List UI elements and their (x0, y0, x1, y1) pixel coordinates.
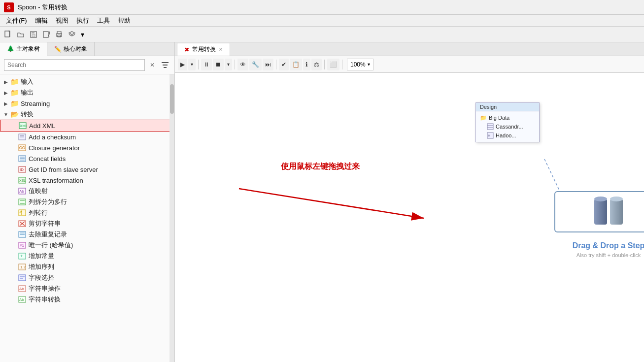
tree-item-transform[interactable]: ▼ 📂 转换 (0, 109, 174, 120)
tree-item-dedup[interactable]: 去除重复记录 (0, 229, 174, 240)
arrow-streaming: ▶ (2, 101, 10, 106)
label-unique: 唯一行 (哈希值) (29, 241, 73, 250)
canvas-check2[interactable]: 📋 (290, 59, 302, 70)
drop-step-label: Drag & Drop a Step (573, 241, 644, 250)
tree-item-string-conv[interactable]: Ab 字符串转换 (0, 294, 174, 305)
svg-rect-2 (32, 32, 34, 33)
canvas-step[interactable]: ⏭ (263, 59, 273, 70)
canvas-play[interactable]: ▶ (178, 59, 187, 70)
menu-edit[interactable]: 编辑 (31, 15, 52, 26)
tree-item-value-map[interactable]: Ab 值映射 (0, 186, 174, 197)
label-dedup: 去除重复记录 (29, 230, 67, 239)
toolbar-open[interactable] (15, 29, 27, 40)
tree-item-output[interactable]: ▶ 📁 输出 (0, 87, 174, 98)
canvas-tab-close[interactable]: ✕ (219, 47, 223, 52)
canvas-stop-dropdown[interactable]: ▾ (225, 59, 232, 70)
menu-tools[interactable]: 工具 (93, 15, 114, 26)
title-text: Spoon - 常用转换 (18, 3, 68, 12)
label-row-convert: 列转行 (29, 208, 48, 217)
label-concat-fields: Concat fields (29, 155, 66, 163)
menu-file[interactable]: 文件(F) (2, 15, 31, 26)
search-input[interactable] (4, 59, 145, 71)
toolbar-dropdown[interactable]: ▾ (79, 29, 86, 40)
ctool-sep-2 (235, 60, 235, 69)
tree-item-field-select[interactable]: 字段选择 (0, 272, 174, 283)
ctool-sep-4 (324, 60, 325, 69)
toolbar-print[interactable] (53, 29, 65, 40)
label-xsl: XSL transformation (29, 177, 83, 184)
svg-text:+: + (20, 254, 23, 259)
svg-text:Ab: Ab (19, 287, 24, 291)
tree-item-streaming[interactable]: ▶ 📁 Streaming (0, 98, 174, 109)
tree-item-unique[interactable]: #1 唯一行 (哈希值) (0, 240, 174, 251)
canvas-stop[interactable]: ⏹ (213, 59, 224, 70)
toolbar-new[interactable] (2, 29, 14, 40)
tree-item-closure-gen[interactable]: Closure generator (0, 142, 174, 153)
scrollbar-thumb (170, 84, 174, 114)
tree-item-row-convert[interactable]: 列转行 (0, 207, 174, 218)
toolbar: ▾ (0, 27, 644, 42)
tree-item-add-checksum[interactable]: Add a checksum (0, 132, 174, 142)
tree-item-concat-fields[interactable]: Concat fields (0, 153, 174, 164)
table-icon-hadoop: H (487, 132, 494, 139)
main-tree-label: 主对象树 (16, 45, 40, 53)
folder-icon-output: 📁 (10, 88, 19, 97)
tree-item-string-ops[interactable]: Ab 字符串操作 (0, 283, 174, 294)
search-options-button[interactable] (160, 60, 170, 70)
menu-help[interactable]: 帮助 (114, 15, 135, 26)
icon-add-xml: XML (18, 121, 27, 130)
toolbar-save-as[interactable] (40, 29, 52, 40)
design-panel-body: 📁 Big Data Cassandr... H Hadoo... (476, 111, 539, 142)
design-item-bigdata[interactable]: 📁 Big Data (480, 113, 535, 122)
tab-core-objects[interactable]: ✏️ 核心对象 (47, 42, 95, 56)
menu-run[interactable]: 执行 (72, 15, 93, 26)
canvas-pause[interactable]: ⏸ (201, 59, 212, 70)
canvas-compare[interactable]: ⚖ (311, 59, 322, 70)
canvas-tabs: ✖ 常用转换 ✕ (175, 42, 644, 56)
label-string-conv: 字符串转换 (29, 295, 61, 304)
tree-scrollbar[interactable] (169, 74, 174, 362)
tree-item-get-id[interactable]: ID Get ID from slave server (0, 164, 174, 175)
tree-item-add-seq[interactable]: 1,2 增加序列 (0, 262, 174, 272)
design-panel-title: Design (476, 103, 539, 111)
tree-item-split-rows[interactable]: 列拆分为多行 (0, 197, 174, 207)
main-tree-icon: 🌲 (7, 45, 14, 52)
panel-tabs: 🌲 主对象树 ✏️ 核心对象 (0, 42, 174, 56)
canvas-zoom[interactable]: 100% ▾ (347, 59, 373, 70)
left-panel: 🌲 主对象树 ✏️ 核心对象 ✕ ▶ 📁 输入 (0, 42, 175, 362)
icon-cut-string (18, 219, 27, 228)
tree-item-cut-string[interactable]: 剪切字符串 (0, 218, 174, 229)
tree-container[interactable]: ▶ 📁 输入 ▶ 📁 输出 ▶ 📁 Streaming ▼ 📂 转换 (0, 74, 174, 362)
canvas-debug[interactable]: 🔧 (249, 59, 262, 70)
design-item-hadoop[interactable]: H Hadoo... (480, 131, 535, 140)
svg-text:Ab: Ab (19, 297, 24, 302)
canvas-layout[interactable]: ⬜ (327, 59, 339, 70)
canvas-play-dropdown[interactable]: ▾ (188, 59, 196, 70)
toolbar-layers[interactable] (66, 29, 78, 40)
icon-add-const: + (18, 252, 27, 261)
canvas-check[interactable]: ✔ (279, 59, 289, 70)
svg-text:XML: XML (20, 124, 27, 128)
svg-marker-9 (69, 32, 75, 34)
tree-item-add-const[interactable]: + 增加常量 (0, 251, 174, 262)
icon-string-ops: Ab (18, 284, 27, 293)
canvas-preview[interactable]: 👁 (237, 59, 248, 70)
svg-rect-3 (32, 34, 35, 37)
search-clear-button[interactable]: ✕ (147, 60, 158, 70)
tree-item-add-xml[interactable]: XML Add XML (0, 120, 174, 132)
menu-view[interactable]: 视图 (52, 15, 72, 26)
toolbar-save[interactable] (28, 29, 39, 40)
tree-item-input[interactable]: ▶ 📁 输入 (0, 76, 174, 87)
design-panel: Design 📁 Big Data Cassandr... H (475, 102, 540, 142)
svg-text:XSL: XSL (19, 179, 26, 182)
canvas-info[interactable]: ℹ (303, 59, 310, 70)
design-item-cassandra[interactable]: Cassandr... (480, 122, 535, 131)
tree-item-xsl[interactable]: XSL XSL transformation (0, 175, 174, 186)
menubar: 文件(F) 编辑 视图 执行 工具 帮助 (0, 15, 644, 27)
svg-rect-47 (19, 275, 26, 281)
svg-text:Ab: Ab (19, 189, 24, 194)
tab-main-tree[interactable]: 🌲 主对象树 (0, 42, 47, 56)
icon-string-conv: Ab (18, 295, 27, 304)
canvas-tab-main[interactable]: ✖ 常用转换 ✕ (177, 43, 230, 56)
canvas-area[interactable]: 使用鼠标左键拖拽过来 Design 📁 Big Data Cassandr... (175, 73, 644, 362)
